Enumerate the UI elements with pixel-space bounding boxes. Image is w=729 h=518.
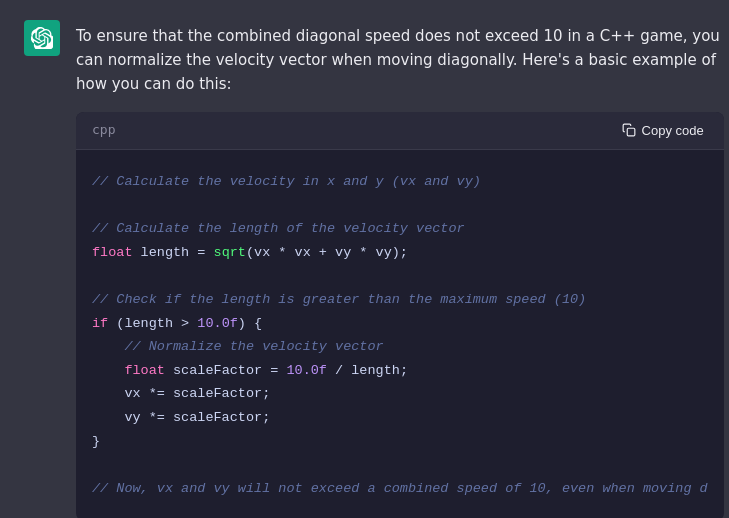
code-language: cpp [92,120,115,141]
copy-label: Copy code [642,123,704,138]
copy-icon [622,123,636,137]
code-block-header: cpp Copy code [76,112,724,150]
code-div: / length; [327,363,408,378]
chat-container: To ensure that the combined diagonal spe… [0,0,729,518]
code-var-1: length = [133,245,214,260]
code-num-2: 10.0f [286,363,327,378]
svg-rect-0 [627,129,635,137]
code-vy-assign: vy *= scaleFactor; [124,410,270,425]
code-keyword-float-2: float [124,363,165,378]
message-text: To ensure that the combined diagonal spe… [76,24,724,96]
copy-code-button[interactable]: Copy code [618,121,708,140]
code-keyword-float-1: float [92,245,133,260]
code-paren-1: (vx * vx + vy * vy); [246,245,408,260]
code-last-comment: // Now, vx and vy will not exceed a comb… [92,481,708,496]
avatar [24,20,60,56]
code-line-3: // Calculate the length of the velocity … [92,221,465,236]
code-if-cond: (length > [108,316,197,331]
code-block-wrapper: cpp Copy code // Calculate the velocity … [76,112,724,518]
message-content: To ensure that the combined diagonal spe… [76,20,724,518]
code-keyword-if: if [92,316,108,331]
code-line-7: // Normalize the velocity vector [124,339,383,354]
chatgpt-logo-icon [31,27,53,49]
code-var-sf: scaleFactor = [165,363,287,378]
message-row: To ensure that the combined diagonal spe… [0,0,729,518]
code-block: // Calculate the velocity in x and y (vx… [76,150,724,518]
code-close-brace: } [92,434,100,449]
code-func-sqrt: sqrt [214,245,246,260]
code-vx-assign: vx *= scaleFactor; [124,386,270,401]
code-line-1: // Calculate the velocity in x and y (vx… [92,174,481,189]
code-line-5: // Check if the length is greater than t… [92,292,586,307]
code-num-1: 10.0f [197,316,238,331]
code-brace-1: ) { [238,316,262,331]
